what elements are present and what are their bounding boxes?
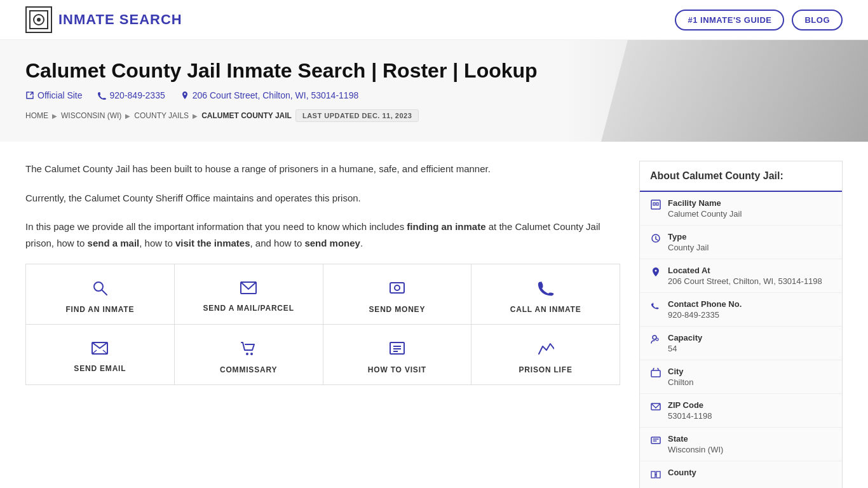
send-money-label: SEND MONEY — [369, 305, 426, 314]
county-label: County — [668, 468, 696, 477]
about-card: About Calumet County Jail: Facility Name… — [639, 161, 843, 488]
logo-area: INMATE SEARCH — [25, 6, 182, 33]
send-a-mail/parcel-icon — [240, 281, 257, 297]
info-row-county: County — [640, 461, 842, 488]
info-row-located-at: Located At206 Court Street, Chilton, WI,… — [640, 259, 842, 293]
breadcrumb-home[interactable]: HOME — [25, 111, 48, 120]
prison-life-icon — [538, 340, 554, 359]
info-row-capacity: Capacity54 — [640, 327, 842, 360]
find-an-inmate-label: FIND AN INMATE — [65, 305, 134, 314]
official-site-link[interactable]: Official Site — [25, 90, 83, 100]
last-updated-badge: LAST UPDATED DEC. 11, 2023 — [295, 109, 419, 122]
svg-point-22 — [656, 338, 658, 341]
info-row-state: StateWisconsin (WI) — [640, 428, 842, 461]
main-content: The Calumet County Jail has been built t… — [0, 142, 868, 488]
county-icon — [650, 469, 661, 482]
info-row-zip-code: ZIP Code53014-1198 — [640, 394, 842, 428]
guide-button[interactable]: #1 INMATE'S GUIDE — [675, 10, 784, 30]
intro-p3-prefix: In this page we provide all the importan… — [25, 221, 407, 232]
header-nav: #1 INMATE'S GUIDE BLOG — [675, 10, 843, 30]
svg-point-7 — [395, 285, 400, 290]
intro-bold-visit: visit the inmates — [175, 238, 250, 248]
svg-rect-23 — [651, 370, 660, 377]
action-cell-find-an-inmate[interactable]: FIND AN INMATE — [26, 264, 175, 324]
svg-rect-27 — [656, 471, 660, 478]
svg-rect-26 — [651, 471, 655, 478]
intro-p3-end: . — [360, 238, 363, 248]
blog-button[interactable]: BLOG — [792, 10, 843, 30]
info-row-city: CityChilton — [640, 360, 842, 394]
left-column: The Calumet County Jail has been built t… — [25, 161, 620, 488]
send-a-mail/parcel-label: SEND A MAIL/PARCEL — [203, 304, 294, 313]
prison-life-label: PRISON LIFE — [519, 365, 573, 374]
phone-link[interactable]: 920-849-2335 — [98, 90, 165, 100]
action-row-1: FIND AN INMATESEND A MAIL/PARCELSEND MON… — [26, 264, 620, 325]
logo-icon — [25, 6, 52, 33]
breadcrumb-current: CALUMET COUNTY JAIL — [201, 111, 292, 120]
intro-paragraph-2: Currently, the Calumet County Sheriff Of… — [25, 190, 620, 207]
facility-name-value: Calumet County Jail — [668, 209, 742, 219]
call-an-inmate-icon — [538, 280, 554, 299]
facility-name-icon — [650, 200, 661, 212]
page-title: Calumet County Jail Inmate Search | Rost… — [25, 59, 843, 83]
facility-name-content: Facility NameCalumet County Jail — [668, 198, 742, 219]
how-to-visit-label: HOW TO VISIT — [368, 365, 426, 374]
action-cell-how-to-visit[interactable]: HOW TO VISIT — [323, 325, 472, 384]
breadcrumb: HOME ▶ WISCONSIN (WI) ▶ COUNTY JAILS ▶ C… — [25, 109, 843, 122]
breadcrumb-type[interactable]: COUNTY JAILS — [134, 111, 189, 120]
hero-section: Calumet County Jail Inmate Search | Rost… — [0, 40, 868, 142]
svg-point-2 — [37, 18, 41, 22]
svg-rect-25 — [651, 437, 660, 444]
action-grid: FIND AN INMATESEND A MAIL/PARCELSEND MON… — [25, 264, 620, 385]
commissary-label: COMMISSARY — [220, 365, 277, 374]
county-content: County — [668, 468, 696, 478]
type-icon — [650, 233, 661, 246]
state-value: Wisconsin (WI) — [668, 445, 723, 454]
facility-name-label: Facility Name — [668, 198, 742, 208]
svg-line-4 — [102, 290, 107, 295]
send-money-icon — [389, 280, 405, 299]
contact-phone-no.-label: Contact Phone No. — [668, 299, 742, 309]
city-icon — [650, 368, 661, 381]
send-email-label: SEND EMAIL — [74, 364, 126, 373]
action-cell-commissary[interactable]: COMMISSARY — [175, 325, 323, 384]
action-cell-send-email[interactable]: SEND EMAIL — [26, 325, 175, 384]
capacity-icon — [650, 334, 661, 347]
find-an-inmate-icon — [92, 280, 108, 299]
svg-point-12 — [250, 353, 253, 355]
zip-code-icon — [650, 402, 661, 414]
intro-paragraph-1: The Calumet County Jail has been built t… — [25, 161, 620, 177]
zip-code-content: ZIP Code53014-1198 — [668, 400, 712, 421]
address-meta: 206 Court Street, Chilton, WI, 53014-119… — [180, 90, 358, 100]
intro-bold-money: send money — [304, 238, 360, 248]
city-label: City — [668, 367, 693, 376]
located-at-value: 206 Court Street, Chilton, WI, 53014-119… — [668, 276, 822, 286]
contact-phone-no.-value: 920-849-2335 — [668, 310, 742, 320]
hero-meta: Official Site 920-849-2335 206 Court Str… — [25, 90, 843, 100]
action-cell-send-a-mail/parcel[interactable]: SEND A MAIL/PARCEL — [175, 264, 323, 324]
info-row-contact-phone-no.: Contact Phone No.920-849-2335 — [640, 293, 842, 327]
city-content: CityChilton — [668, 367, 693, 387]
svg-rect-19 — [656, 203, 658, 205]
svg-rect-18 — [653, 203, 655, 205]
city-value: Chilton — [668, 377, 693, 387]
type-content: TypeCounty Jail — [668, 232, 709, 252]
contact-phone-no.-icon — [650, 301, 661, 313]
logo-text: INMATE SEARCH — [58, 11, 182, 28]
send-email-icon — [92, 341, 108, 358]
type-value: County Jail — [668, 243, 709, 252]
action-cell-prison-life[interactable]: PRISON LIFE — [471, 325, 620, 384]
svg-point-3 — [94, 282, 103, 291]
action-cell-call-an-inmate[interactable]: CALL AN INMATE — [471, 264, 620, 324]
svg-point-11 — [246, 353, 248, 355]
action-row-2: SEND EMAILCOMMISSARYHOW TO VISITPRISON L… — [26, 325, 620, 384]
action-cell-send-money[interactable]: SEND MONEY — [323, 264, 472, 324]
breadcrumb-state[interactable]: WISCONSIN (WI) — [61, 111, 121, 120]
located-at-icon — [650, 267, 661, 280]
info-row-type: TypeCounty Jail — [640, 226, 842, 259]
intro-p3-mid3: , and how to — [250, 238, 305, 248]
commissary-icon — [240, 340, 257, 359]
type-label: Type — [668, 232, 709, 241]
zip-code-value: 53014-1198 — [668, 411, 712, 421]
how-to-visit-icon — [389, 340, 405, 359]
